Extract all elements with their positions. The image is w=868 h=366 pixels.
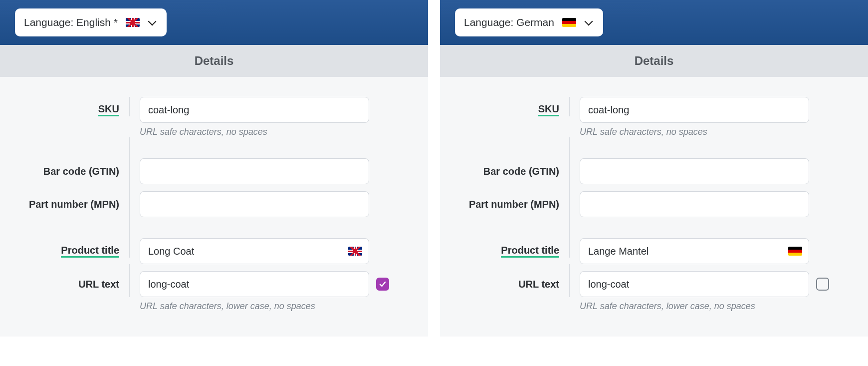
language-select[interactable]: Language: English * [15, 8, 167, 36]
details-form: SKU URL safe characters, no spaces Bar c… [0, 77, 428, 337]
flag-uk-icon [348, 247, 362, 256]
title-input[interactable] [580, 238, 809, 264]
barcode-label: Bar code (GTIN) [483, 158, 559, 184]
sku-help: URL safe characters, no spaces [140, 127, 369, 137]
section-title: Details [0, 45, 428, 77]
language-label: Language: German [464, 16, 554, 28]
barcode-input[interactable] [140, 158, 369, 184]
urltext-input[interactable] [140, 271, 369, 297]
row-mpn: Part number (MPN) [460, 191, 848, 217]
title-label: Product title [61, 245, 119, 258]
topbar: Language: German [440, 0, 868, 45]
sku-label: SKU [538, 104, 559, 116]
sku-label: SKU [98, 104, 119, 116]
mpn-input[interactable] [580, 191, 809, 217]
flag-de-icon [788, 247, 802, 256]
details-form: SKU URL safe characters, no spaces Bar c… [440, 77, 868, 337]
row-title: Product title [20, 238, 408, 264]
urltext-input[interactable] [580, 271, 809, 297]
sku-input[interactable] [580, 97, 809, 123]
sku-input[interactable] [140, 97, 369, 123]
urltext-label: URL text [78, 271, 119, 297]
row-urltext: URL text URL safe characters, lower case… [20, 271, 408, 312]
topbar: Language: English * [0, 0, 428, 45]
language-label: Language: English * [24, 16, 118, 28]
title-input[interactable] [140, 238, 369, 264]
urltext-help: URL safe characters, lower case, no spac… [140, 301, 369, 312]
urltext-help: URL safe characters, lower case, no spac… [580, 301, 809, 312]
row-sku: SKU URL safe characters, no spaces [460, 97, 848, 137]
mpn-label: Part number (MPN) [29, 191, 119, 217]
panel-english: Language: English * Details SKU URL safe… [0, 0, 428, 337]
panel-german: Language: German Details SKU URL safe ch… [440, 0, 868, 337]
urltext-label: URL text [518, 271, 559, 297]
mpn-label: Part number (MPN) [469, 191, 559, 217]
row-urltext: URL text URL safe characters, lower case… [460, 271, 848, 312]
row-title: Product title [460, 238, 848, 264]
barcode-label: Bar code (GTIN) [43, 158, 119, 184]
mpn-input[interactable] [140, 191, 369, 217]
sku-help: URL safe characters, no spaces [580, 127, 809, 137]
flag-uk-icon [126, 18, 140, 27]
chevron-down-icon [148, 17, 158, 27]
title-label: Product title [501, 245, 559, 258]
comparison-stage: Language: English * Details SKU URL safe… [0, 0, 868, 337]
flag-de-icon [562, 18, 576, 27]
row-sku: SKU URL safe characters, no spaces [20, 97, 408, 137]
row-barcode: Bar code (GTIN) [460, 158, 848, 184]
barcode-input[interactable] [580, 158, 809, 184]
row-barcode: Bar code (GTIN) [20, 158, 408, 184]
language-select[interactable]: Language: German [455, 8, 603, 36]
urltext-lock-checkbox[interactable] [376, 278, 389, 291]
urltext-lock-checkbox[interactable] [816, 278, 829, 291]
chevron-down-icon [584, 17, 594, 27]
row-mpn: Part number (MPN) [20, 191, 408, 217]
section-title: Details [440, 45, 868, 77]
